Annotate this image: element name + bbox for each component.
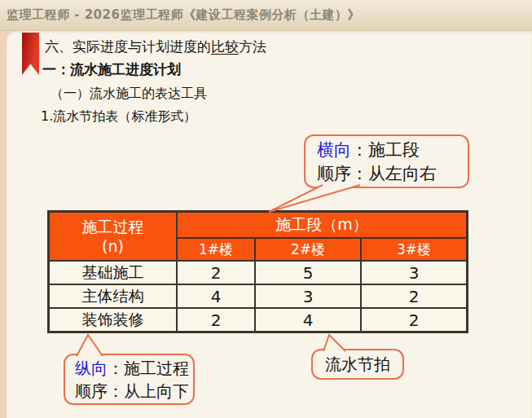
window-title-bar: 监理工程师 - 2026监理工程师《建设工程案例分析（土建）》 xyxy=(0,0,532,31)
callout-horizontal-rest: ：施工段 xyxy=(351,140,420,160)
subheading: 一：流水施工进度计划 xyxy=(42,60,181,79)
callout-horizontal-line2: 顺序：从左向右 xyxy=(317,162,468,186)
table-header-segment: 施工段（m） xyxy=(178,213,466,237)
callout-horizontal: 横向：施工段 顺序：从左向右 xyxy=(304,134,469,188)
app-window: 监理工程师 - 2026监理工程师《建设工程案例分析（土建）》 六、实际进度与计… xyxy=(0,0,532,418)
table-row-name: 主体结构 xyxy=(50,285,176,307)
page-title-suffix: 方法 xyxy=(239,38,266,55)
callout-vertical-label: 纵向 xyxy=(75,359,108,378)
window-title: 监理工程师 - 2026监理工程师《建设工程案例分析（土建）》 xyxy=(7,7,360,23)
table-cell: 2 xyxy=(178,309,254,331)
table-cell: 3 xyxy=(256,285,360,307)
table-header-process: 施工过程 (n) xyxy=(50,213,176,260)
table-cell: 4 xyxy=(178,285,254,307)
callout-horizontal-line1: 横向：施工段 xyxy=(317,139,468,162)
callout-vertical: 纵向：施工过程 顺序：从上向下 xyxy=(64,354,195,405)
callout-beat-text: 流水节拍 xyxy=(325,354,390,376)
bookmark-ribbon-icon xyxy=(22,33,39,75)
item-heading: 1.流水节拍表（标准形式） xyxy=(41,108,196,125)
table-cell: 5 xyxy=(256,262,360,284)
table-header-col-3: 3#楼 xyxy=(362,239,466,260)
table-header-col-1: 1#楼 xyxy=(178,239,254,260)
callout-vertical-rest: ：施工过程 xyxy=(108,359,189,378)
table-row-name: 装饰装修 xyxy=(50,309,176,331)
callout-vertical-line2: 顺序：从上向下 xyxy=(75,380,193,403)
table-header-process-line2: (n) xyxy=(102,236,124,256)
table-row-name: 基础施工 xyxy=(50,262,176,284)
section-heading: （一）流水施工的表达工具 xyxy=(51,86,207,103)
table-header-process-line1: 施工过程 xyxy=(82,217,144,236)
table-cell: 4 xyxy=(256,309,360,331)
callout-vertical-line1: 纵向：施工过程 xyxy=(75,357,193,380)
page-title-prefix: 六、实际进度与计划进度的 xyxy=(45,38,211,55)
table-header-col-2: 2#楼 xyxy=(256,239,360,260)
table-cell: 2 xyxy=(362,285,466,307)
page-title-underlined: 比较 xyxy=(211,38,239,55)
callout-horizontal-label: 横向 xyxy=(317,140,351,160)
callout-beat: 流水节拍 xyxy=(311,349,404,380)
table-cell: 2 xyxy=(362,309,466,331)
table-cell: 2 xyxy=(178,262,254,284)
page-title: 六、实际进度与计划进度的比较方法 xyxy=(45,37,266,56)
flow-rhythm-table: 施工过程 (n) 施工段（m） 1#楼 2#楼 3#楼 基础施工 2 5 3 主… xyxy=(47,210,468,333)
table-cell: 3 xyxy=(362,262,466,284)
